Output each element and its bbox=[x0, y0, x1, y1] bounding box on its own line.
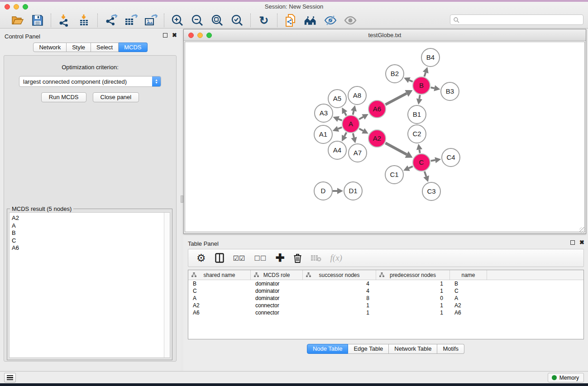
node-label: A1 bbox=[319, 130, 327, 138]
result-list-scrollbar[interactable] bbox=[164, 213, 170, 357]
task-history-icon[interactable] bbox=[4, 373, 16, 382]
titlebar[interactable]: Session: New Session bbox=[0, 2, 588, 11]
window-title: Session: New Session bbox=[0, 3, 588, 10]
hide-selected-icon[interactable] bbox=[324, 14, 337, 27]
edge-B-B2[interactable] bbox=[409, 80, 413, 81]
edge-B-B3[interactable] bbox=[431, 87, 435, 88]
add-column-icon[interactable]: ✚ bbox=[275, 253, 284, 263]
edge-B-B4[interactable] bbox=[424, 72, 425, 76]
column-header-predecessor-nodes[interactable]: predecessor nodes bbox=[376, 270, 450, 280]
mcds-result-item[interactable]: A2 bbox=[12, 214, 170, 222]
optimization-criterion-select[interactable]: largest connected component (directed) ▲… bbox=[19, 76, 161, 87]
table-cell: connector bbox=[251, 302, 303, 309]
edge-A-A1[interactable] bbox=[338, 127, 342, 129]
application-window: Session: New Session bbox=[0, 2, 588, 383]
save-session-icon[interactable] bbox=[31, 14, 44, 27]
table-cell: dominator bbox=[251, 288, 303, 294]
table-cell: B bbox=[188, 281, 251, 287]
table-panel-title: Table Panel bbox=[188, 240, 219, 247]
column-header-name[interactable]: name bbox=[450, 270, 487, 280]
network-window-title: testGlobe.txt bbox=[184, 32, 586, 38]
select-all-icon[interactable]: ☑☑ bbox=[233, 255, 245, 262]
tab-edge-table[interactable]: Edge Table bbox=[348, 344, 389, 354]
edge-B-B1[interactable] bbox=[419, 95, 420, 99]
edge-A-A8[interactable] bbox=[353, 111, 354, 114]
refresh-icon[interactable]: ↻ bbox=[257, 14, 271, 27]
node-label: C2 bbox=[412, 130, 421, 138]
tab-motifs[interactable]: Motifs bbox=[437, 344, 464, 354]
edge-A-A7[interactable] bbox=[353, 133, 354, 137]
table-tabs: Node TableEdge TableNetwork TableMotifs bbox=[183, 344, 588, 354]
show-columns-icon[interactable] bbox=[215, 253, 224, 263]
tab-network-table[interactable]: Network Table bbox=[389, 344, 437, 354]
network-window-titlebar[interactable]: testGlobe.txt bbox=[184, 29, 586, 41]
edge-C-C1[interactable] bbox=[409, 167, 413, 168]
table-body: Bdominator41BCdominator41CAdominator80AA… bbox=[188, 280, 583, 316]
delete-column-icon[interactable] bbox=[294, 253, 301, 263]
table-row[interactable]: Cdominator41C bbox=[188, 287, 583, 295]
mcds-result-item[interactable]: A6 bbox=[12, 244, 170, 252]
float-panel-icon[interactable] bbox=[163, 33, 167, 38]
close-panel-icon[interactable]: ✖ bbox=[172, 33, 177, 38]
function-builder-icon: f(x) bbox=[330, 253, 342, 263]
zoom-selected-icon[interactable] bbox=[230, 14, 244, 27]
mcds-result-list: A2ABCA6 bbox=[9, 212, 170, 358]
export-network-icon[interactable] bbox=[104, 14, 118, 27]
edge-C-C2[interactable] bbox=[419, 150, 420, 153]
open-session-icon[interactable] bbox=[11, 14, 24, 27]
import-network-icon[interactable] bbox=[57, 14, 71, 27]
tab-select[interactable]: Select bbox=[91, 43, 119, 52]
edge-C-C3[interactable] bbox=[425, 172, 426, 176]
edge-A-A6[interactable] bbox=[359, 117, 363, 119]
export-image-icon[interactable] bbox=[144, 14, 158, 27]
column-header-shared-name[interactable]: shared name bbox=[188, 270, 251, 280]
deselect-all-icon[interactable]: ☐☐ bbox=[254, 255, 267, 262]
edge-A-A3[interactable] bbox=[338, 119, 342, 120]
column-header-successor-nodes[interactable]: successor nodes bbox=[303, 270, 376, 280]
tab-style[interactable]: Style bbox=[67, 43, 91, 52]
table-row[interactable]: A6connector11A6 bbox=[188, 309, 583, 316]
network-graph[interactable]: B4B2BB3A5A8A6A3B1AA1C2A2A4A7C4CC1C3DD1 bbox=[185, 42, 585, 232]
network-view-window[interactable]: testGlobe.txt B4B2BB3A5A8A6A3B1AA1C2A2A4… bbox=[183, 29, 586, 234]
arrowhead-icon bbox=[434, 85, 440, 91]
edge-A-A4[interactable] bbox=[344, 133, 346, 136]
first-neighbors-icon[interactable] bbox=[304, 14, 317, 27]
zoom-out-icon[interactable] bbox=[191, 14, 204, 27]
search-input[interactable] bbox=[459, 16, 583, 24]
network-canvas[interactable]: B4B2BB3A5A8A6A3B1AA1C2A2A4A7C4CC1C3DD1 bbox=[185, 42, 585, 232]
zoom-fit-content-icon[interactable] bbox=[210, 14, 224, 27]
search-field[interactable] bbox=[450, 14, 583, 25]
control-panel-tabs: NetworkStyleSelectMCDS bbox=[0, 43, 181, 52]
table-settings-icon[interactable]: ⚙ bbox=[196, 253, 206, 263]
column-header-MCDS-role[interactable]: MCDS role bbox=[251, 270, 303, 280]
import-table-icon[interactable] bbox=[77, 14, 91, 27]
edge-A-A5[interactable] bbox=[345, 113, 347, 116]
run-mcds-button[interactable]: Run MCDS bbox=[41, 92, 86, 102]
window-resize-grip[interactable] bbox=[579, 227, 585, 233]
edge-A6-B[interactable] bbox=[386, 93, 407, 105]
table-cell: dominator bbox=[251, 281, 303, 287]
tab-network[interactable]: Network bbox=[33, 43, 67, 52]
tab-mcds[interactable]: MCDS bbox=[119, 43, 147, 52]
export-table-icon[interactable] bbox=[124, 14, 138, 27]
close-table-panel-icon[interactable]: ✖ bbox=[579, 240, 584, 245]
mcds-result-item[interactable]: B bbox=[12, 229, 170, 237]
table-cell: 1 bbox=[303, 310, 376, 316]
edge-C-C4[interactable] bbox=[431, 160, 435, 161]
table-row[interactable]: A2connector11A2 bbox=[188, 302, 583, 309]
zoom-in-icon[interactable] bbox=[171, 14, 184, 27]
new-network-from-selection-icon[interactable] bbox=[284, 14, 297, 27]
table-row[interactable]: Adominator80A bbox=[188, 295, 583, 302]
float-table-panel-icon[interactable] bbox=[570, 240, 575, 245]
node-label: A6 bbox=[373, 105, 381, 113]
memory-status-icon bbox=[552, 375, 557, 380]
tab-node-table[interactable]: Node Table bbox=[307, 344, 349, 354]
memory-button[interactable]: Memory bbox=[548, 373, 584, 382]
mcds-result-item[interactable]: C bbox=[12, 237, 170, 245]
show-all-icon[interactable] bbox=[344, 14, 357, 27]
edge-A2-C[interactable] bbox=[385, 143, 406, 154]
edge-A-A2[interactable] bbox=[359, 129, 363, 131]
table-row[interactable]: Bdominator41B bbox=[188, 280, 583, 287]
mcds-result-item[interactable]: A bbox=[12, 222, 170, 230]
close-panel-button[interactable]: Close panel bbox=[93, 92, 139, 102]
